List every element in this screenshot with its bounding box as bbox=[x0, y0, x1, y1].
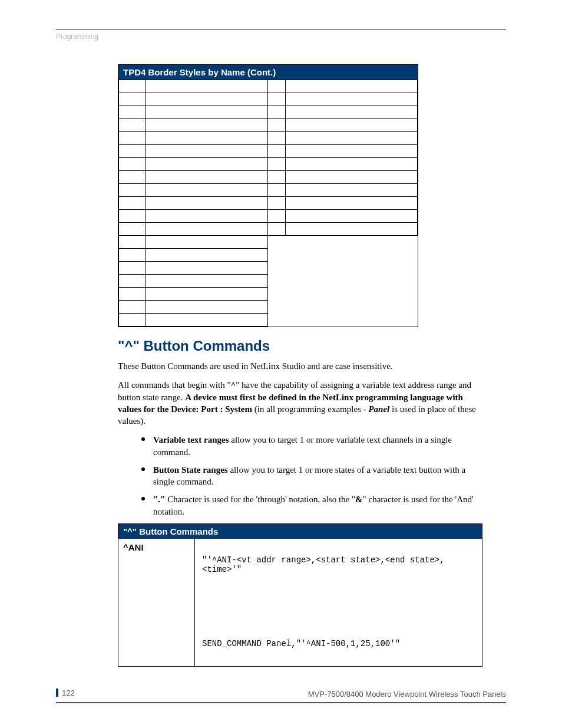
table-row bbox=[119, 119, 418, 132]
table-row bbox=[119, 288, 418, 301]
table-row bbox=[119, 236, 418, 249]
para2-pre: All commands that begin with " bbox=[118, 380, 231, 390]
bullet1-bold: Variable text ranges bbox=[153, 435, 229, 444]
command-example: SEND_COMMAND Panel,"'^ANI-500,1,25,100'" bbox=[202, 639, 475, 648]
para2: All commands that begin with "^" have th… bbox=[118, 379, 482, 427]
command-detail: "'^ANI-<vt addr range>,<start state>,<en… bbox=[195, 539, 482, 666]
table-row bbox=[119, 262, 418, 275]
command-name: ^ANI bbox=[118, 539, 195, 666]
footer-rule bbox=[56, 702, 506, 703]
page-number-bar bbox=[56, 689, 58, 697]
table-row bbox=[119, 93, 418, 106]
bullet-2: Button State ranges allow you to target … bbox=[141, 464, 482, 488]
command-table: "^" Button Commands ^ANI "'^ANI-<vt addr… bbox=[118, 523, 482, 667]
top-rule bbox=[56, 29, 506, 30]
bullet-list: Variable text ranges allow you to target… bbox=[141, 434, 482, 518]
table-row bbox=[119, 171, 418, 184]
footer-title: MVP-7500/8400 Modero Viewpoint Wireless … bbox=[308, 690, 506, 699]
command-table-title: "^" Button Commands bbox=[118, 524, 482, 539]
section-heading: "^" Button Commands bbox=[118, 338, 506, 354]
table-row bbox=[119, 249, 418, 262]
table-row bbox=[119, 158, 418, 171]
page-footer: 122 MVP-7500/8400 Modero Viewpoint Wirel… bbox=[56, 689, 506, 704]
command-syntax: "'^ANI-<vt addr range>,<start state>,<en… bbox=[202, 555, 475, 574]
bullet3-mid: Character is used for the 'through' nota… bbox=[165, 495, 355, 504]
command-row: ^ANI "'^ANI-<vt addr range>,<start state… bbox=[118, 539, 482, 666]
bullet-3: "." Character is used for the 'through' … bbox=[141, 493, 482, 518]
para2-post1: (in all programming examples - bbox=[252, 404, 368, 414]
border-styles-grid bbox=[118, 80, 418, 327]
table-row bbox=[119, 184, 418, 197]
section-label: Programming bbox=[56, 32, 506, 41]
table-row bbox=[119, 314, 418, 327]
border-styles-table: TPD4 Border Styles by Name (Cont.) bbox=[118, 64, 418, 327]
table-row bbox=[119, 80, 418, 93]
bullet3-amp: & bbox=[355, 495, 363, 504]
table-row bbox=[119, 106, 418, 119]
bullet2-bold: Button State ranges bbox=[153, 465, 228, 475]
table-row bbox=[119, 275, 418, 288]
table-row bbox=[119, 197, 418, 210]
page-number: 122 bbox=[56, 689, 75, 697]
bullet-1: Variable text ranges allow you to target… bbox=[141, 434, 482, 458]
para1: These Button Commands are used in NetLin… bbox=[118, 360, 482, 372]
table-row bbox=[119, 223, 418, 236]
table-row bbox=[119, 301, 418, 314]
page-number-text: 122 bbox=[62, 689, 75, 697]
page: Programming TPD4 Border Styles by Name (… bbox=[0, 0, 562, 728]
table-row bbox=[119, 145, 418, 158]
para2-panel: Panel bbox=[368, 404, 389, 414]
bullet3-q1: "." bbox=[153, 495, 165, 504]
para2-caret: ^ bbox=[231, 380, 236, 390]
table-row bbox=[119, 132, 418, 145]
table-row bbox=[119, 210, 418, 223]
table1-title: TPD4 Border Styles by Name (Cont.) bbox=[118, 65, 418, 80]
